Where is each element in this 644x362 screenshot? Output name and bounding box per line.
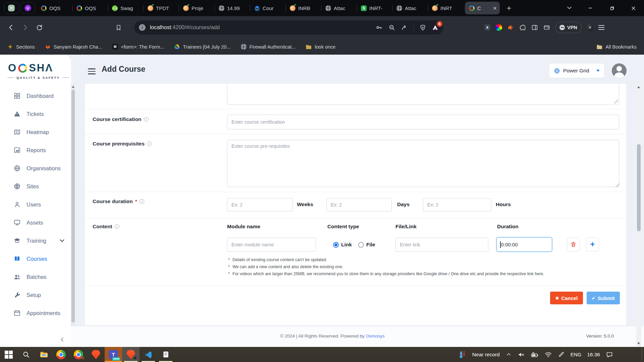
site-info-icon[interactable] [139, 24, 146, 31]
duration-days-input[interactable] [326, 198, 392, 212]
sidebar-collapse-icon[interactable] [59, 336, 66, 343]
vpn-button[interactable]: VPN [555, 22, 582, 33]
browser-tab[interactable]: INRB [286, 0, 321, 16]
taskbar-search-button[interactable] [17, 347, 35, 362]
sidebar-item-heatmap[interactable]: Heatmap [0, 123, 71, 141]
volume-muted-icon[interactable] [518, 351, 525, 358]
forward-button[interactable] [18, 20, 32, 35]
browser-tab[interactable]: Proje [179, 0, 215, 16]
bookmark-item[interactable]: Firewall Authenticat... [241, 44, 296, 50]
browser-tab[interactable]: Swag [108, 0, 144, 16]
share-icon[interactable] [401, 24, 408, 31]
scrollbar-thumb[interactable] [71, 90, 75, 322]
wifi-icon[interactable] [544, 351, 552, 358]
notepad-button-active[interactable] [157, 347, 174, 362]
pinned-tab-chatgpt[interactable] [4, 2, 19, 14]
back-button[interactable] [4, 20, 18, 35]
color-wheel-extension-icon[interactable] [495, 24, 502, 31]
pen-icon[interactable] [558, 351, 565, 358]
browser-tab[interactable]: INRT [428, 0, 464, 16]
hamburger-menu-icon[interactable] [88, 68, 96, 74]
tab-close-icon[interactable] [493, 6, 497, 10]
link-input[interactable] [395, 238, 488, 252]
browser-menu-icon[interactable] [598, 25, 604, 30]
sidebar-item-courses[interactable]: Courses [0, 250, 71, 268]
bookmark-item[interactable]: Sections [7, 44, 35, 50]
module-duration-input[interactable]: 0:00:00 [496, 237, 552, 252]
reload-button[interactable] [32, 20, 46, 35]
all-bookmarks-button[interactable]: All Bookmarks [596, 44, 637, 50]
browser-tab-active[interactable]: C [465, 2, 500, 14]
scroll-down-arrow[interactable] [637, 343, 640, 345]
maximize-button[interactable] [601, 0, 623, 16]
browser-tab[interactable]: Attac [321, 0, 357, 16]
scrollbar-thumb[interactable] [637, 144, 641, 231]
new-tab-button[interactable] [506, 5, 512, 11]
sidebar-item-users[interactable]: Users [0, 195, 71, 214]
teams-button-active[interactable]: TNEW [105, 347, 122, 362]
scroll-up-arrow[interactable] [72, 86, 74, 88]
info-icon[interactable] [140, 199, 144, 204]
language-indicator[interactable]: ENG [571, 352, 582, 357]
delete-content-row-button[interactable] [567, 238, 580, 251]
info-icon[interactable] [144, 117, 149, 122]
sidebar-item-tickets[interactable]: Tickets [0, 105, 71, 123]
org-selector[interactable]: Power Grid [549, 64, 604, 78]
clock[interactable]: 16:36 [587, 352, 600, 358]
password-key-icon[interactable] [375, 24, 383, 31]
brave-window-button-active[interactable] [122, 347, 140, 362]
weather-text[interactable]: Near record [472, 352, 500, 358]
sidebar-item-batches[interactable]: Batches [0, 268, 71, 286]
bookmark-item[interactable]: look once [306, 44, 335, 50]
file-explorer-button[interactable] [35, 347, 52, 362]
browser-tab[interactable]: Cour [250, 0, 286, 16]
osmosys-link[interactable]: Osmosys [366, 334, 384, 339]
bookmark-this-tab-icon[interactable] [111, 20, 125, 35]
start-button[interactable] [0, 347, 17, 362]
brave-rewards-icon[interactable]: 6 [432, 24, 439, 31]
page-scrollbar[interactable] [636, 84, 641, 346]
bookmark-item[interactable]: Sanyam Rajesh Cha... [45, 44, 102, 50]
info-icon[interactable] [115, 224, 119, 229]
sidebar-panel-icon[interactable] [531, 24, 538, 31]
extensions-puzzle-icon[interactable] [519, 24, 526, 31]
add-content-row-button[interactable]: + [586, 238, 599, 251]
browser-tab[interactable]: OQS [37, 0, 72, 16]
leo-ai-icon[interactable] [586, 24, 594, 31]
brave-shields-icon[interactable] [419, 24, 426, 31]
prerequisites-textarea[interactable] [227, 140, 619, 187]
description-textarea-partial[interactable] [227, 84, 619, 105]
megaphone-extension-icon[interactable] [507, 24, 514, 31]
submit-button[interactable]: ✔Submit [587, 292, 620, 304]
avatar[interactable] [612, 63, 627, 78]
brave-button[interactable] [87, 347, 105, 362]
radio-selected-icon[interactable] [333, 242, 339, 248]
browser-tab[interactable]: 14.99 [215, 0, 250, 16]
notifications-icon[interactable] [606, 351, 613, 358]
inner-scrollbar[interactable] [71, 84, 75, 326]
browser-tab[interactable]: INRT- [357, 0, 392, 16]
vscode-button-active[interactable] [140, 347, 157, 362]
bookmark-item[interactable]: Trainees [04 July 20... [174, 44, 230, 50]
sidebar-item-reports[interactable]: Reports [0, 141, 71, 159]
show-desktop-strip[interactable] [642, 347, 644, 362]
chrome-button[interactable] [52, 347, 70, 362]
battery-icon[interactable] [531, 351, 539, 359]
sidebar-item-setup[interactable]: Setup [0, 286, 71, 304]
tab-search-chevron-icon[interactable] [566, 4, 573, 11]
pinned-tab-u[interactable] [20, 2, 35, 14]
sidebar-item-organisations[interactable]: Organisations [0, 159, 71, 177]
radio-file[interactable]: File [358, 242, 375, 248]
radio-unselected-icon[interactable] [358, 242, 364, 248]
chrome-profile2-button[interactable] [70, 347, 87, 362]
sidebar-item-sites[interactable]: Sites [0, 177, 71, 195]
browser-tab[interactable]: Attac [392, 0, 428, 16]
info-icon[interactable] [147, 141, 152, 146]
address-bar[interactable]: localhost:4200/#/courses/add 6 [134, 20, 443, 35]
sidebar-item-dashboard[interactable]: Dashboard [0, 87, 71, 105]
bookmark-item[interactable]: <form>: The Form... [112, 44, 164, 50]
hidden-icons-chevron[interactable] [505, 351, 512, 358]
certification-input[interactable] [227, 115, 619, 129]
resize-grip-icon[interactable] [614, 100, 618, 104]
sidebar-item-training[interactable]: Training [0, 232, 71, 250]
